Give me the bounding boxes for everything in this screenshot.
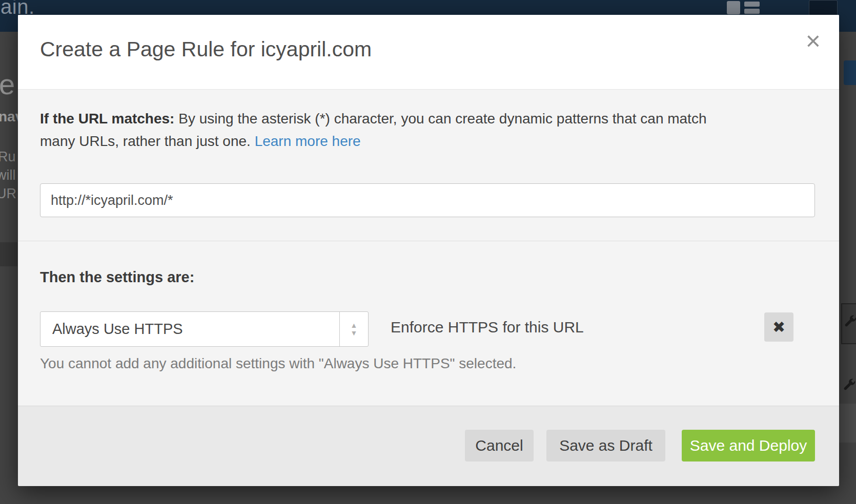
chevron-down-icon: ▼ [351, 330, 358, 337]
select-spinner: ▲ ▼ [339, 312, 368, 346]
chevron-up-icon: ▲ [351, 322, 358, 329]
background-text-fragment: UR [0, 186, 16, 202]
wrench-icon [841, 377, 856, 393]
navbar-grid-icon-bar [744, 9, 760, 14]
settings-note: You cannot add any additional settings w… [40, 355, 516, 372]
page: ain. e nav Ru will UR Create a Page Rule… [0, 0, 856, 504]
setting-description: Enforce HTTPS for this URL [391, 319, 584, 336]
setting-select[interactable]: Always Use HTTPS ▲ ▼ [40, 311, 369, 347]
save-and-deploy-button[interactable]: Save and Deploy [682, 430, 815, 461]
settings-heading: Then the settings are: [40, 269, 194, 286]
modal-title: Create a Page Rule for icyapril.com [40, 37, 372, 61]
remove-setting-button[interactable]: ✖ [764, 312, 793, 342]
url-match-text-line1: By using the asterisk (*) character, you… [178, 111, 706, 127]
background-heading-fragment: e [0, 68, 15, 101]
learn-more-link[interactable]: Learn more here [255, 133, 361, 149]
settings-section: Then the settings are: Always Use HTTPS … [18, 241, 839, 406]
background-button-fragment [844, 60, 856, 85]
wrench-icon [842, 314, 856, 329]
navbar-grid-icon-bar [744, 2, 760, 7]
setting-select-value: Always Use HTTPS [52, 312, 183, 346]
background-text-fragment: will [0, 167, 16, 183]
background-table-header-fragment [0, 242, 17, 266]
url-match-lead: If the URL matches: [40, 111, 174, 127]
background-text-fragment: Ru [0, 149, 16, 165]
url-match-section: If the URL matches: By using the asteris… [18, 89, 839, 241]
cancel-button[interactable]: Cancel [465, 430, 534, 461]
close-icon[interactable]: × [806, 28, 821, 54]
url-match-description: If the URL matches: By using the asteris… [40, 108, 773, 153]
url-pattern-input[interactable] [40, 183, 815, 217]
save-as-draft-button[interactable]: Save as Draft [546, 430, 665, 461]
navbar-grid-icon [727, 1, 740, 14]
modal-header: Create a Page Rule for icyapril.com × [18, 15, 839, 90]
page-rule-modal: Create a Page Rule for icyapril.com × If… [18, 15, 839, 486]
url-match-text-line2: many URLs, rather than just one. [40, 133, 251, 149]
modal-footer: Cancel Save as Draft Save and Deploy [18, 406, 839, 486]
background-row-fragment [839, 404, 856, 443]
